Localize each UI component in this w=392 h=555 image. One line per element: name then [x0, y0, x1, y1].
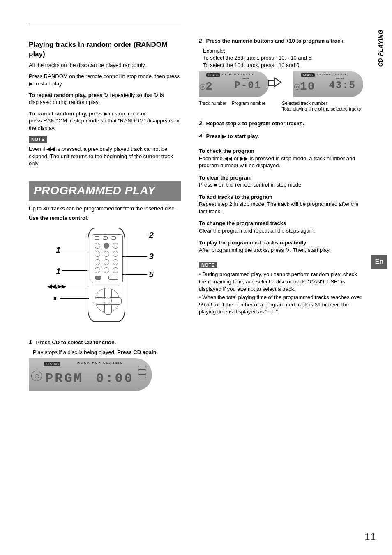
note2-li2: When the total playing time of the progr…: [199, 294, 361, 315]
step-1-text: Press CD to select CD function.: [36, 339, 116, 345]
callout-lead: [122, 235, 147, 235]
example-label: Example:: [203, 48, 225, 54]
remote-num-button: [113, 267, 118, 273]
step-1-sub: Play stops if a disc is being played. Pr…: [29, 349, 184, 356]
callout-3: 3: [149, 251, 154, 262]
cap-l1: Track number: [199, 101, 226, 106]
step-4: 4 Press ▶ to start play.: [199, 132, 363, 140]
callout-1a: 1: [56, 244, 61, 256]
remote-play-button: [104, 297, 112, 305]
remote-num-button: [95, 251, 100, 257]
step-num: 1: [29, 339, 32, 345]
random-cancel-body2: press RANDOM in stop mode so that "RANDO…: [29, 117, 181, 131]
example-line-1: To select the 25th track, press +10, +10…: [203, 55, 313, 61]
remote-num-button: [104, 259, 109, 265]
step-1b-bold: Press CD again.: [117, 349, 158, 355]
random-set-tail: to start play.: [35, 81, 63, 87]
remote-num-button: [104, 267, 109, 273]
check-body: Each time ◀◀ or ▶▶ is pressed in stop mo…: [199, 155, 363, 169]
callout-5: 5: [149, 269, 154, 280]
callout-lead: [122, 256, 147, 257]
remote-illustration: 2 1 3 1 5 ◀◀,▶▶ ■: [29, 228, 184, 334]
remote-num-button: [95, 259, 100, 265]
note2-list: • During programmed play, you cannot per…: [199, 271, 363, 315]
two-column-layout: Playing tracks in random order (RANDOM p…: [29, 37, 363, 391]
remote-dpad: [95, 288, 120, 313]
random-cancel-body: press ▶ in stop mode or: [89, 111, 146, 117]
add-title: To add tracks to the program: [199, 193, 363, 201]
programmed-play-banner: PROGRAMMED PLAY: [29, 181, 181, 201]
example-line-2: To select the 10th track, press +10 and …: [203, 62, 301, 68]
remote-cd-button: [95, 276, 101, 280]
remote-num-button: [113, 259, 118, 265]
header-rule: [29, 25, 181, 25]
random-play-title: Playing tracks in random order (RANDOM p…: [29, 40, 184, 59]
note-block: NOTE: [29, 136, 184, 143]
callout-lead: [122, 274, 147, 275]
remote-mode-button: [111, 236, 116, 240]
callout-skip-icons: ◀◀,▶▶: [48, 283, 66, 290]
change-body: Clear the program and repeat all the ste…: [199, 227, 363, 235]
random-play-set: Press RANDOM on the remote control in st…: [29, 73, 184, 87]
clear-title: To clear the program: [199, 174, 363, 182]
arrow-right-icon: [273, 78, 279, 86]
callout-1b: 1: [56, 265, 61, 277]
cap-l2: Selected track number: [282, 101, 327, 106]
change-title: To change the programmed tracks: [199, 220, 363, 227]
remote-button: [108, 276, 118, 280]
remote-button-grid: [92, 234, 123, 283]
remote-num-button: [113, 243, 118, 249]
disc-icon: [200, 84, 205, 90]
prog-remote: Use the remote control.: [29, 214, 184, 222]
language-tab: En: [371, 255, 387, 269]
callout-2: 2: [149, 229, 154, 241]
note-label: NOTE: [199, 262, 217, 269]
caption-right: Selected track number Total playing time…: [282, 100, 361, 113]
add-body: Repeat step 2 in stop mode. The track wi…: [199, 200, 363, 215]
note-label: NOTE: [29, 136, 47, 143]
remote-num-button: [104, 243, 109, 249]
disc-icon: [31, 371, 42, 381]
eq-labels: ROCK POP CLASSIC: [77, 361, 123, 365]
random-repeat-title: To repeat random play, press: [29, 92, 102, 98]
lcd-row: T-BASS ROCK POP CLASSIC PRGM 2 P-01 T-BA…: [199, 71, 363, 97]
step-num: 3: [199, 120, 202, 127]
repeat-title: To play the programmed tracks repeatedly: [199, 239, 363, 246]
remote-num-button: [95, 267, 100, 273]
step-4-text: Press ▶ to start play.: [206, 133, 259, 139]
rewind-icon-inline: ◀◀: [46, 146, 55, 152]
remote-mode-button: [95, 236, 99, 240]
step-1: 1 Press CD to select CD function.: [29, 339, 184, 346]
lcd-totaltime: 43:5: [329, 79, 356, 92]
cap-r1: Program number: [232, 101, 266, 106]
random-cancel: To cancel random play, press ▶ in stop m…: [29, 110, 184, 132]
random-repeat: To repeat random play, press ↻ repeatedl…: [29, 92, 184, 106]
repeat-icon-inline: ↻: [104, 92, 110, 98]
step-2: 2 Press the numeric buttons and +10 to p…: [199, 37, 363, 45]
callout-lead: [62, 270, 87, 271]
callout-lead: [60, 298, 89, 299]
step-2-text: Press the numeric buttons and +10 to pro…: [206, 38, 345, 44]
right-column: 2 Press the numeric buttons and +10 to p…: [199, 37, 363, 391]
arrow-wrapper: [273, 78, 289, 90]
left-column: Playing tracks in random order (RANDOM p…: [29, 37, 184, 391]
section-tab: CD PLAYING: [377, 30, 385, 67]
lcd-track: 2: [205, 79, 213, 94]
eq-labels: ROCK POP CLASSIC: [311, 73, 349, 76]
random-cancel-lead: To cancel random play,: [29, 111, 88, 117]
page: CD PLAYING En Playing tracks in random o…: [0, 0, 392, 555]
lcd-prgm: T-BASS ROCK POP CLASSIC PRGM 0:00: [29, 358, 152, 391]
step-1b: Play stops if a disc is being played.: [33, 349, 116, 355]
note2-item: • When the total playing time of the pro…: [199, 294, 363, 315]
note-body: Even if ◀◀ is pressed, a previously play…: [29, 145, 184, 167]
tbass-indicator: T-BASS: [44, 362, 60, 366]
disc-icon: [294, 84, 300, 90]
lcd-track: 10: [300, 79, 316, 94]
note2-li1: During programmed play, you cannot perfo…: [199, 271, 357, 292]
remote-body: [88, 228, 125, 322]
rewind-icon-inline: ◀◀: [224, 155, 232, 161]
step-2-example: Example: To select the 25th track, press…: [199, 47, 363, 69]
remote-num-button: [95, 243, 100, 249]
lcd-prognum: P-01: [234, 79, 261, 92]
lcd-time: 0:00: [96, 370, 134, 387]
